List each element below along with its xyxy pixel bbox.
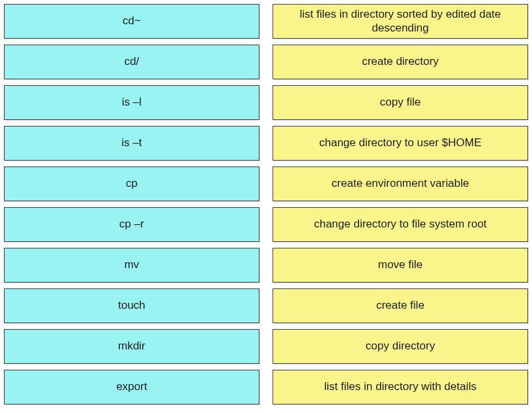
right-column: list files in directory sorted by edited… — [273, 4, 528, 404]
description-card[interactable]: copy directory — [273, 329, 528, 364]
command-card[interactable]: cd~ — [4, 4, 259, 39]
description-card[interactable]: list files in directory with details — [273, 370, 528, 404]
description-card[interactable]: copy file — [273, 85, 528, 120]
description-card[interactable]: move file — [273, 248, 528, 283]
left-column: cd~ cd/ is –l is –t cp cp –r mv touch mk… — [4, 4, 259, 404]
command-card[interactable]: cp — [4, 167, 259, 201]
command-card[interactable]: mkdir — [4, 329, 259, 364]
description-card[interactable]: list files in directory sorted by edited… — [273, 4, 528, 39]
description-card[interactable]: change directory to user $HOME — [273, 126, 528, 161]
command-card[interactable]: touch — [4, 288, 259, 323]
command-card[interactable]: cd/ — [4, 45, 259, 79]
command-card[interactable]: is –l — [4, 85, 259, 120]
match-container: cd~ cd/ is –l is –t cp cp –r mv touch mk… — [4, 4, 528, 404]
description-card[interactable]: create file — [273, 288, 528, 323]
description-card[interactable]: change directory to file system root — [273, 207, 528, 242]
description-card[interactable]: create directory — [273, 45, 528, 79]
description-card[interactable]: create environment variable — [273, 167, 528, 201]
command-card[interactable]: mv — [4, 248, 259, 283]
command-card[interactable]: cp –r — [4, 207, 259, 242]
command-card[interactable]: is –t — [4, 126, 259, 161]
command-card[interactable]: export — [4, 370, 259, 404]
